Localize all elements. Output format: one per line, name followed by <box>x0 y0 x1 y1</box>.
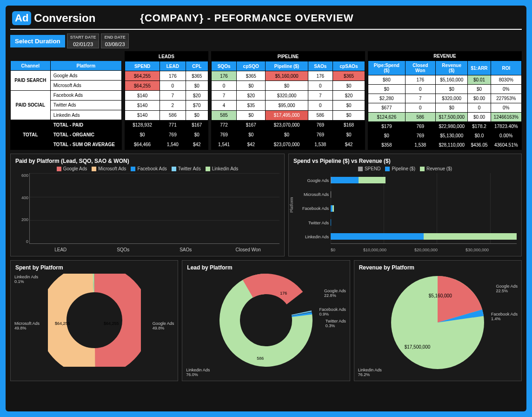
cell: $0 <box>237 110 266 120</box>
cell: $0 <box>125 130 160 140</box>
channel-paid-social: PAID SOCIAL <box>11 90 51 120</box>
th: ROI <box>491 61 521 75</box>
cell: 1,540 <box>160 140 186 149</box>
cell: $35 <box>237 101 266 110</box>
cell: $0 <box>333 101 365 110</box>
cell: $0 <box>435 103 467 113</box>
cell: 769 <box>405 122 435 131</box>
cell: 769 <box>212 130 237 140</box>
cell: $0.00 <box>468 94 491 103</box>
cell: $0.01 <box>468 75 491 85</box>
cell: $0 <box>368 131 406 141</box>
legend-item: Revenue ($) <box>426 166 452 171</box>
page-title: {COMPANY} - PEFORMANCE OVERVIEW <box>140 12 353 24</box>
th-channel: Channel <box>11 61 51 71</box>
channel-paid-search: PAID SEARCH <box>11 71 51 90</box>
cell: $168 <box>333 120 365 130</box>
pie-value: $64,255 <box>104 321 119 326</box>
cell: $5,160,000 <box>266 71 308 81</box>
cell: $140 <box>125 101 160 110</box>
cell: 769 <box>308 130 332 140</box>
cell: 0 <box>308 81 332 91</box>
cell: $0 <box>333 110 365 120</box>
pie-label: Linkedin Ads <box>358 368 382 372</box>
chart-paid-by-platform: Paid by Platform (Lead, SQO, SAO & WON) … <box>10 154 285 256</box>
legend-item: Pipeline ($) <box>392 166 415 171</box>
dashboard-container: Ad Conversion {COMPANY} - PEFORMANCE OVE… <box>6 6 526 411</box>
pie-pct: 0.1% <box>14 279 24 284</box>
cell: $0 <box>333 130 365 140</box>
cell: $0 <box>186 130 208 140</box>
th: cpSAOs <box>333 61 365 71</box>
cell: $0 <box>468 85 491 94</box>
chart-title: Paid by Platform (Lead, SQO, SAO & WON) <box>15 158 279 164</box>
cell: 7 <box>160 91 186 101</box>
cell: 8030% <box>491 75 521 85</box>
cell: $17,495,000 <box>266 110 308 120</box>
cell: $140 <box>125 110 160 120</box>
metrics-tables: Channel Platform PAID SEARCH Google Ads … <box>10 51 522 150</box>
pipeline-title: PIPELINE <box>212 52 365 61</box>
cell: $178.2 <box>468 122 491 131</box>
cell: 0 <box>212 81 237 91</box>
cell: 769 <box>405 131 435 141</box>
legend-item: Facebook Ads <box>137 166 166 171</box>
cell: 43604.51% <box>491 141 521 150</box>
cell: $80 <box>368 75 406 85</box>
pie-value: $5,160,000 <box>429 293 452 298</box>
date-range: Select Duration START DATE 02/01/23 END … <box>10 34 522 48</box>
cell: 772 <box>212 120 237 130</box>
th: cpSQO <box>237 61 266 71</box>
ytick: Facebook Ads <box>293 206 329 211</box>
th-platform: Platform <box>50 61 121 71</box>
start-date-field[interactable]: START DATE 02/01/23 <box>67 34 100 48</box>
th: $1:ARR <box>468 61 491 75</box>
pie-pct: 76.0% <box>186 372 198 377</box>
cell: 12466163% <box>491 113 521 122</box>
ytick: 400 <box>15 195 28 200</box>
ytick: 0 <box>15 239 28 244</box>
cell: $0.00 <box>468 113 491 122</box>
ytick: 200 <box>15 217 28 222</box>
ytick: 600 <box>15 173 28 178</box>
cell: 1,538 <box>308 140 332 149</box>
cell: $179 <box>368 122 406 131</box>
cell: $20 <box>237 91 266 101</box>
xtick: SQOs <box>92 247 155 252</box>
cell: $23,070,000 <box>266 140 308 149</box>
cell: 0 <box>405 85 435 94</box>
revenue-table: REVENUE Pipe:Spend ($) Closed Won Revenu… <box>368 51 522 150</box>
cell: 176 <box>308 71 332 81</box>
cell: $23,070,000 <box>266 120 308 130</box>
cell: 0 <box>405 103 435 113</box>
chart-spent-by-platform: Spent by Platform Linkedin Ads0.1% Googl… <box>10 260 178 381</box>
leads-table: LEADS SPEND LEAD CPL $64,255176$365 $64,… <box>125 51 208 150</box>
xtick: LEAD <box>29 247 92 252</box>
cell: $64,466 <box>125 140 160 149</box>
end-date-field[interactable]: END DATE 03/08/23 <box>101 34 128 48</box>
ytick: Linkedin Ads <box>293 235 329 239</box>
chart-revenue-by-platform: Revenue by Platform Google Ads22.5% Face… <box>354 260 522 381</box>
platform-cell: Twitter Ads <box>50 100 121 110</box>
chart-spend-vs-pipeline: Spend vs Pipeline ($) vs Revenue ($) SPE… <box>288 154 522 256</box>
cell: $365 <box>333 71 365 81</box>
cell: $70 <box>186 101 208 110</box>
pie-pct: 76.2% <box>358 372 370 377</box>
cell: 771 <box>160 120 186 130</box>
bar-chart: 600 400 200 0 LEAD SQOs SAOs <box>15 173 279 252</box>
pie-label: Google Ads <box>153 321 174 326</box>
pie-label: Linkedin Ads <box>14 275 38 279</box>
header: Ad Conversion {COMPANY} - PEFORMANCE OVE… <box>10 9 522 30</box>
cell: $22,980,000 <box>435 122 467 131</box>
pie-label: Facebook Ads <box>491 312 518 316</box>
cell: 1,538 <box>405 141 435 150</box>
cell: 17823.40% <box>491 122 521 131</box>
leads-title: LEADS <box>125 52 208 61</box>
cell: $167 <box>186 120 208 130</box>
select-duration-button[interactable]: Select Duration <box>10 35 65 47</box>
xtick: SAOs <box>154 247 217 252</box>
cell: $20 <box>333 91 365 101</box>
pie-value: $64,255 <box>55 321 70 326</box>
chart-legend: SPEND Pipeline ($) Revenue ($) <box>293 166 517 171</box>
cell: $17,500,000 <box>435 113 467 122</box>
